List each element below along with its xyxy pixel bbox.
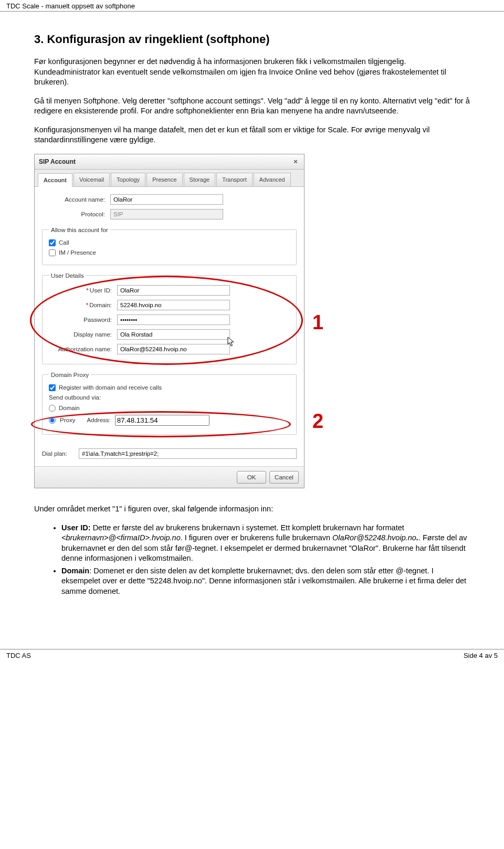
label-dial-plan: Dial plan: <box>42 450 74 457</box>
label-auth-name: Authorization name: <box>49 346 117 352</box>
running-title: TDC Scale - manuelt oppsett av softphone <box>6 2 135 10</box>
tab-advanced[interactable]: Advanced <box>254 173 291 186</box>
checkbox-call[interactable] <box>49 239 56 246</box>
label-send-outbound: Send outbound via: <box>49 394 290 401</box>
input-password[interactable] <box>117 315 230 325</box>
page-content: 3. Konfigurasjon av ringeklient (softpho… <box>0 12 504 617</box>
tab-storage[interactable]: Storage <box>184 173 216 186</box>
row-protocol: Protocol: <box>42 209 297 219</box>
instruction-list: User ID: Dette er første del av brukeren… <box>34 523 470 597</box>
radio-domain[interactable] <box>49 405 56 412</box>
dialog-tabs: Account Voicemail Topology Presence Stor… <box>35 170 304 187</box>
radio-proxy[interactable] <box>49 417 56 424</box>
label-domain: Domain: <box>89 302 112 308</box>
label-protocol: Protocol: <box>42 211 110 217</box>
legend-allow: Allow this account for <box>49 227 110 233</box>
checkbox-im[interactable] <box>49 249 56 256</box>
checkbox-register[interactable] <box>49 384 56 391</box>
input-dial-plan[interactable] <box>79 448 297 459</box>
label-proxy-address: Address: <box>87 417 110 423</box>
label-display-name: Display name: <box>49 331 117 338</box>
label-password: Password: <box>49 317 117 323</box>
legend-user: User Details <box>49 272 86 279</box>
label-opt-proxy: Proxy <box>60 417 75 423</box>
footer-right: Side 4 av 5 <box>464 652 498 659</box>
input-auth-name[interactable] <box>117 344 230 354</box>
input-user-id[interactable] <box>117 285 230 296</box>
check-call-row: Call <box>49 239 290 246</box>
row-dial-plan: Dial plan: <box>35 444 304 466</box>
group-domain-proxy: Domain Proxy Register with domain and re… <box>42 372 297 435</box>
page-footer: TDC AS Side 4 av 5 <box>0 649 504 662</box>
intro-para-1: Før konfigurasjonen begynner er det nødv… <box>34 57 470 88</box>
intro-para-2: Gå til menyen Softphone. Velg deretter "… <box>34 96 470 117</box>
label-account-name: Account name: <box>42 196 110 203</box>
legend-proxy: Domain Proxy <box>49 372 91 378</box>
li2-label: Domain <box>61 567 89 575</box>
list-item-user-id: User ID: Dette er første del av brukeren… <box>61 523 470 564</box>
label-register: Register with domain and receive calls <box>59 384 162 391</box>
ok-button[interactable]: OK <box>237 471 266 484</box>
input-proxy-address[interactable] <box>115 415 209 426</box>
group-allow: Allow this account for Call IM / Presenc… <box>42 227 297 265</box>
dialog-screenshot: SIP Account × Account Voicemail Topology… <box>34 154 326 488</box>
dialog-titlebar: SIP Account × <box>35 154 304 170</box>
li1-label: User ID: <box>61 523 91 532</box>
sip-account-dialog: SIP Account × Account Voicemail Topology… <box>34 154 304 488</box>
section-title: 3. Konfigurasjon av ringeklient (softpho… <box>34 33 470 46</box>
dialog-footer: OK Cancel <box>35 466 304 488</box>
close-icon[interactable]: × <box>291 158 300 166</box>
tab-topology[interactable]: Topology <box>111 173 145 186</box>
tab-presence[interactable]: Presence <box>146 173 182 186</box>
footer-left: TDC AS <box>6 652 31 659</box>
tab-account[interactable]: Account <box>38 173 72 187</box>
list-item-domain: Domain: Domenet er den siste delen av de… <box>61 566 470 597</box>
dialog-title: SIP Account <box>39 158 76 165</box>
label-user-id: User ID: <box>90 287 112 294</box>
cancel-button[interactable]: Cancel <box>269 471 299 484</box>
annotation-number-2: 2 <box>312 410 323 433</box>
annotation-number-1: 1 <box>312 311 323 334</box>
group-user-details: User Details *User ID: *Domain: Password… <box>42 272 297 364</box>
label-call: Call <box>59 239 69 246</box>
running-header: TDC Scale - manuelt oppsett av softphone <box>0 0 504 12</box>
tab-voicemail[interactable]: Voicemail <box>74 173 110 186</box>
input-protocol <box>110 209 223 219</box>
label-opt-domain: Domain <box>59 405 80 411</box>
check-im-row: IM / Presence <box>49 249 290 256</box>
input-account-name[interactable] <box>110 194 223 205</box>
input-display-name[interactable] <box>117 329 230 340</box>
input-domain[interactable] <box>117 300 230 310</box>
row-account-name: Account name: <box>42 194 297 205</box>
label-im: IM / Presence <box>59 249 96 256</box>
dialog-body: Account name: Protocol: Allow this accou… <box>35 187 304 444</box>
post-intro: Under området merket "1" i figuren over,… <box>34 504 470 515</box>
intro-para-3: Konfigurasjonsmenyen vil ha mange datafe… <box>34 125 470 145</box>
tab-transport[interactable]: Transport <box>216 173 253 186</box>
